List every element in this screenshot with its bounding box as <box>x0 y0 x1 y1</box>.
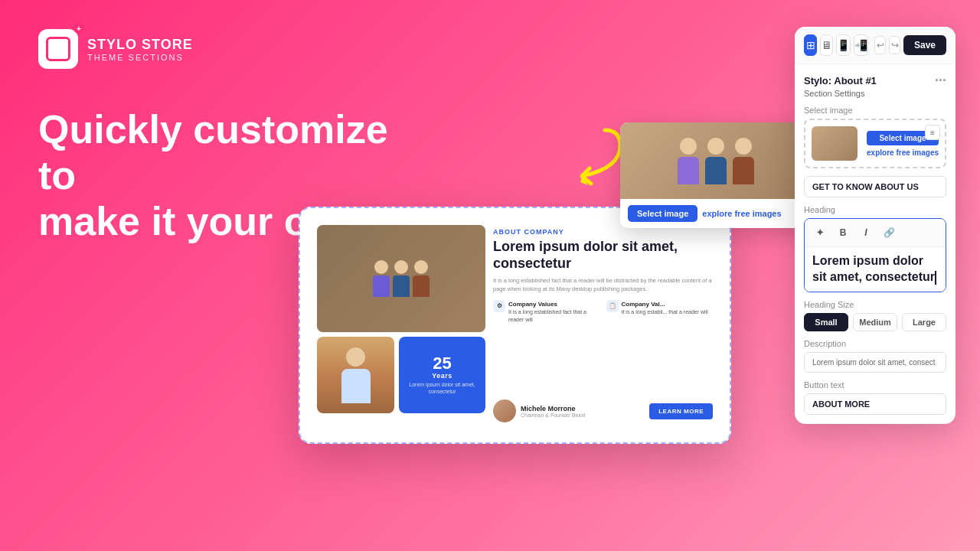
panel-sub-title: Section Settings <box>804 89 946 98</box>
panel-title-text: Stylo: About #1 <box>804 75 877 86</box>
description-input[interactable] <box>804 352 946 373</box>
person-2 <box>393 260 410 297</box>
brand-name: STYLO STORE <box>87 37 193 53</box>
save-button[interactable]: Save <box>903 35 946 55</box>
feature-title-1: Company Values <box>508 300 600 308</box>
people-image-top <box>317 225 485 332</box>
preview-years-badge: 25 Years Lorem ipsum dolor sit amet, con… <box>399 337 485 413</box>
more-options-button[interactable]: ··· <box>935 73 946 87</box>
heading-tool-magic[interactable]: ✦ <box>811 223 829 242</box>
person-row: Michele Morrone Chairman & Founder Beloi… <box>493 399 713 422</box>
learn-more-button[interactable]: LEARN MORE <box>649 403 713 419</box>
preview-image-top <box>317 225 485 332</box>
image-selector[interactable]: Select image explore free images ≡ <box>804 119 946 168</box>
heading-size-row: Small Medium Large <box>804 313 946 331</box>
preview-face-head <box>346 347 365 367</box>
person-3 <box>413 260 430 297</box>
popup-select-image-button[interactable]: Select image <box>628 205 697 222</box>
panel-toolbar: ⊞ 🖥 📱 📲 ↩ ↪ Save <box>795 27 956 64</box>
feature-desc-2: It is a long establi... that a reader wi… <box>622 308 708 316</box>
tablet-view-button[interactable]: 📱 <box>836 34 851 56</box>
person-title: Chairman & Founder Beloit <box>521 412 585 418</box>
undo-button[interactable]: ↩ <box>874 36 886 54</box>
feature-icon-2: 📋 <box>606 300 619 312</box>
mobile-view-button[interactable]: 📲 <box>854 34 868 56</box>
preview-heading: Lorem ipsum dolor sit amet, consectetur <box>493 239 713 272</box>
popup-person-3 <box>733 138 754 184</box>
desktop-view-button[interactable]: 🖥 <box>820 34 833 56</box>
brand-subtitle: THEME SECTIONS <box>87 53 193 62</box>
preview-face <box>317 337 394 413</box>
heading-label: Heading <box>804 205 946 214</box>
feature-text-1: Company Values It is a long established … <box>508 300 600 324</box>
person-body-1 <box>373 276 390 297</box>
feature-item-1: ⚙ Company Values It is a long establishe… <box>493 300 600 324</box>
brand-text: STYLO STORE THEME SECTIONS <box>87 37 193 62</box>
image-popup-buttons: Select image explore free images <box>620 199 812 228</box>
heading-tool-bold[interactable]: B <box>834 223 852 242</box>
panel-body: Stylo: About #1 ··· Section Settings Sel… <box>795 64 956 424</box>
size-medium-button[interactable]: Medium <box>853 313 897 331</box>
person-body-3 <box>413 276 430 297</box>
person-info: Michele Morrone Chairman & Founder Beloi… <box>493 399 585 422</box>
popup-head-3 <box>735 138 752 155</box>
person-1 <box>373 260 390 297</box>
heading-size-label: Heading Size <box>804 300 946 309</box>
brand-icon-inner <box>46 37 70 61</box>
image-thumbnail <box>812 126 858 161</box>
about-label: ABOUT COMPANY <box>493 228 713 236</box>
heading-tool-italic[interactable]: I <box>857 223 875 242</box>
heading-text-line1: Lorem ipsum dolor <box>812 254 923 267</box>
popup-person-1 <box>678 138 699 184</box>
redo-button[interactable]: ↪ <box>889 36 900 54</box>
brand-area: + STYLO STORE THEME SECTIONS <box>38 29 193 69</box>
popup-body-1 <box>678 157 699 184</box>
years-label: Years <box>432 372 452 380</box>
preview-card: 25 Years Lorem ipsum dolor sit amet, con… <box>299 207 731 444</box>
settings-panel: ⊞ 🖥 📱 📲 ↩ ↪ Save Stylo: About #1 ··· Sec… <box>795 27 956 424</box>
image-popup: Select image explore free images <box>620 122 812 228</box>
select-image-label: Select image <box>804 106 946 115</box>
preview-image-bottom-left <box>317 337 394 413</box>
size-small-button[interactable]: Small <box>804 313 848 331</box>
explore-images-button[interactable]: explore free images <box>867 148 939 157</box>
panel-section-title: Stylo: About #1 ··· <box>804 73 946 87</box>
popup-person-2 <box>705 138 727 184</box>
popup-explore-button[interactable]: explore free images <box>702 209 781 218</box>
person-name: Michele Morrone <box>521 405 585 412</box>
years-number: 25 <box>433 355 451 372</box>
preview-face-body <box>341 369 371 403</box>
popup-body-2 <box>705 157 727 184</box>
yellow-arrow <box>536 122 628 202</box>
preview-inner: 25 Years Lorem ipsum dolor sit amet, con… <box>309 217 720 433</box>
size-large-button[interactable]: Large <box>902 313 946 331</box>
align-button[interactable]: ≡ <box>925 125 940 140</box>
person-head-1 <box>374 260 388 274</box>
popup-people-preview <box>671 132 760 191</box>
person-head-2 <box>394 260 408 274</box>
preview-images-bottom-row: 25 Years Lorem ipsum dolor sit amet, con… <box>317 337 485 413</box>
image-popup-thumb <box>620 122 812 199</box>
person-body-2 <box>393 276 410 297</box>
feature-icon-1: ⚙ <box>493 300 505 312</box>
heading-tool-link[interactable]: 🔗 <box>880 223 898 242</box>
headline-line1: Quickly customize to <box>38 107 421 199</box>
button-text-input[interactable] <box>804 393 946 415</box>
people-silhouette <box>373 260 430 297</box>
heading-editor[interactable]: ✦ B I 🔗 Lorem ipsum dolor sit amet, cons… <box>804 218 946 292</box>
preview-images-column: 25 Years Lorem ipsum dolor sit amet, con… <box>317 225 485 425</box>
preview-description: It is a long established fact that a rea… <box>493 276 713 294</box>
person-head-3 <box>414 260 428 274</box>
tag-input[interactable] <box>804 176 946 197</box>
description-label: Description <box>804 339 946 348</box>
heading-toolbar: ✦ B I 🔗 <box>805 219 946 247</box>
avatar <box>493 399 516 422</box>
face-image <box>317 337 394 413</box>
popup-head-1 <box>680 138 697 155</box>
features-row: ⚙ Company Values It is a long establishe… <box>493 300 713 324</box>
heading-text-area[interactable]: Lorem ipsum dolor sit amet, consectetur <box>805 247 946 292</box>
grid-view-button[interactable]: ⊞ <box>804 34 817 56</box>
button-text-label: Button text <box>804 380 946 390</box>
text-cursor <box>935 271 936 285</box>
feature-item-2: 📋 Company Val... It is a long establi...… <box>606 300 714 324</box>
